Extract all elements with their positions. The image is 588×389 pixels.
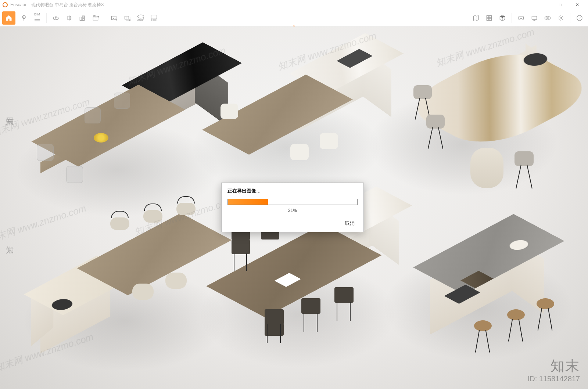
svg-rect-15 bbox=[532, 16, 537, 19]
clapper-icon[interactable] bbox=[89, 12, 102, 24]
pin-icon[interactable] bbox=[18, 12, 30, 24]
export-progress-dialog: 正在导出图像… 31% 取消 bbox=[221, 183, 364, 232]
help-icon[interactable]: ? bbox=[573, 12, 586, 24]
close-button[interactable]: ✕ bbox=[569, 0, 586, 10]
progress-bar-fill bbox=[228, 199, 268, 205]
window-controls: — □ ✕ bbox=[535, 0, 586, 10]
island-model-3 bbox=[371, 37, 562, 184]
window-title: Enscape - 现代餐吧台 中岛台 摆台桌椅 餐桌椅8 bbox=[10, 2, 104, 8]
presentation-icon[interactable] bbox=[528, 12, 541, 24]
island-model-4 bbox=[18, 199, 232, 353]
home-icon[interactable] bbox=[2, 11, 15, 25]
toolbar-divider bbox=[105, 13, 105, 23]
svg-rect-14 bbox=[487, 15, 491, 20]
svg-point-17 bbox=[560, 17, 562, 19]
svg-point-2 bbox=[24, 17, 25, 18]
progress-percent-label: 31% bbox=[227, 208, 358, 213]
dialog-title: 正在导出图像… bbox=[227, 188, 358, 194]
island-model-1 bbox=[26, 48, 224, 181]
svg-rect-6 bbox=[80, 17, 82, 20]
titlebar: Enscape - 现代餐吧台 中岛台 摆台桌椅 餐桌椅8 — □ ✕ bbox=[0, 0, 588, 10]
3d-box-icon[interactable] bbox=[496, 12, 509, 24]
toolbar: BIM 360° EXE ⌃ bbox=[0, 10, 588, 26]
minimize-button[interactable]: — bbox=[535, 0, 552, 10]
binoculars-icon[interactable] bbox=[50, 12, 62, 24]
buildings-icon[interactable] bbox=[76, 12, 89, 24]
panorama-360-icon[interactable]: 360° bbox=[135, 12, 147, 24]
app-logo-icon bbox=[2, 2, 8, 8]
progress-bar bbox=[227, 199, 358, 205]
settings-gear-icon[interactable] bbox=[555, 12, 567, 24]
svg-rect-8 bbox=[93, 17, 98, 20]
bim-menu-icon[interactable]: BIM bbox=[31, 12, 43, 24]
svg-point-4 bbox=[56, 17, 58, 19]
island-model-2 bbox=[198, 41, 390, 173]
svg-text:?: ? bbox=[578, 16, 580, 20]
map-icon[interactable] bbox=[470, 12, 482, 24]
export-exe-icon[interactable]: EXE bbox=[148, 12, 160, 24]
svg-rect-10 bbox=[125, 16, 129, 19]
screenshot-icon[interactable] bbox=[108, 12, 121, 24]
sun-orbit-icon[interactable] bbox=[63, 12, 75, 24]
asset-library-icon[interactable] bbox=[483, 12, 495, 24]
svg-rect-7 bbox=[82, 16, 85, 20]
toolbar-divider bbox=[46, 13, 47, 23]
toolbar-divider bbox=[512, 13, 512, 23]
svg-point-3 bbox=[53, 17, 56, 19]
svg-rect-9 bbox=[112, 16, 116, 20]
cancel-button[interactable]: 取消 bbox=[342, 219, 358, 228]
svg-point-16 bbox=[547, 17, 548, 18]
maximize-button[interactable]: □ bbox=[552, 0, 569, 10]
toolbar-divider bbox=[570, 13, 570, 23]
vr-headset-icon[interactable] bbox=[515, 12, 527, 24]
visual-settings-icon[interactable] bbox=[541, 12, 554, 24]
island-model-6 bbox=[390, 210, 573, 364]
batch-screenshot-icon[interactable] bbox=[121, 12, 134, 24]
